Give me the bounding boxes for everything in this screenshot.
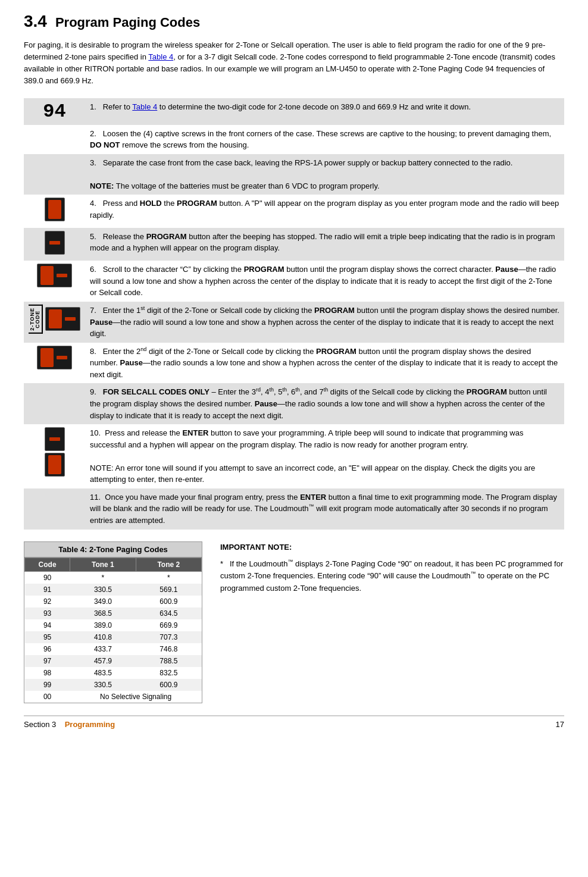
table4-row: 00No Selective Signaling — [25, 691, 202, 703]
table4-cell-code: 91 — [25, 584, 70, 596]
footer-page: 17 — [556, 720, 564, 729]
step-3-display — [24, 154, 85, 195]
section-title: Program Paging Codes — [55, 15, 200, 30]
step-10-text: 10. Press and release the ENTER button t… — [85, 424, 564, 488]
table4-header-tone1: Tone 1 — [70, 557, 136, 571]
table4-cell-code: 93 — [25, 607, 70, 619]
step-7-num: 7. — [90, 306, 101, 315]
table4-cell-code: 97 — [25, 655, 70, 667]
table4-cell-code: 92 — [25, 596, 70, 607]
table4-cell-code: 96 — [25, 643, 70, 655]
step-1-num: 1. — [90, 102, 101, 111]
step-4-num: 4. — [90, 199, 101, 208]
step-1-display: 94 — [24, 98, 85, 125]
section-heading: 3.4 Program Paging Codes — [24, 12, 564, 31]
step-7-row: 2-TONECODE 7. Enter the 1st digit of the… — [24, 302, 564, 343]
step-5-text: 5. Release the PROGRAM button after the … — [85, 228, 564, 261]
table4-cell-tone2: 634.5 — [136, 607, 201, 619]
step-7-display: 2-TONECODE — [24, 302, 85, 343]
step-5-display — [24, 228, 85, 261]
table4-cell-code: 98 — [25, 667, 70, 679]
table4-cell-tone1: 330.5 — [70, 584, 136, 596]
table4-header-code: Code — [25, 557, 70, 571]
table4-cell-tone1: 457.9 — [70, 655, 136, 667]
step-4-display — [24, 195, 85, 228]
step-8-row: 8. Enter the 2nd digit of the 2-Tone or … — [24, 343, 564, 384]
table4-cell-tone2: 600.9 — [136, 596, 201, 607]
section-number: 3.4 — [24, 12, 47, 31]
step-11-display — [24, 488, 85, 530]
step-11-text: 11. Once you have made your final progra… — [85, 488, 564, 530]
step-10-display — [24, 424, 85, 488]
step-2-num: 2. — [90, 129, 101, 138]
table4-link-intro[interactable]: Table 4 — [148, 52, 173, 61]
step-9-display — [24, 383, 85, 424]
table4-row: 90** — [25, 571, 202, 584]
step-4-text: 4. Press and HOLD the PROGRAM button. A … — [85, 195, 564, 228]
step-5-num: 5. — [90, 232, 101, 241]
table4-cell-tone2: 832.5 — [136, 667, 201, 679]
table4-caption: Table 4: 2-Tone Paging Codes — [24, 542, 202, 557]
step-10-num: 10. — [90, 428, 103, 437]
important-note-text: * If the Loudmouth™ displays 2-Tone Pagi… — [220, 558, 564, 594]
footer-section-label: Programming — [65, 720, 115, 729]
table4-cell-code: 95 — [25, 631, 70, 643]
step-6-num: 6. — [90, 265, 101, 274]
important-note: IMPORTANT NOTE: * If the Loudmouth™ disp… — [220, 541, 564, 594]
step-8-text: 8. Enter the 2nd digit of the 2-Tone or … — [85, 343, 564, 384]
step-11-num: 11. — [90, 493, 103, 502]
table4-cell-tone2: 788.5 — [136, 655, 201, 667]
table4-cell-code: 90 — [25, 571, 70, 584]
table4-wrapper: Table 4: 2-Tone Paging Codes Code Tone 1… — [24, 541, 202, 703]
step-4-row: 4. Press and HOLD the PROGRAM button. A … — [24, 195, 564, 228]
table4-cell-code: 00 — [25, 691, 70, 703]
step-8-display — [24, 343, 85, 384]
two-tone-code-label: 2-TONECODE — [29, 305, 43, 334]
footer-left: Section 3 Programming — [24, 720, 115, 729]
step-6-display — [24, 261, 85, 302]
step-10-row: 10. Press and release the ENTER button t… — [24, 424, 564, 488]
footer-bar: Section 3 Programming 17 — [24, 715, 564, 729]
table4-cell-code: 94 — [25, 619, 70, 631]
step-5-row: 5. Release the PROGRAM button after the … — [24, 228, 564, 261]
step-3-row: 3. Separate the case front from the case… — [24, 154, 564, 195]
step-11-row: 11. Once you have made your final progra… — [24, 488, 564, 530]
bottom-section: Table 4: 2-Tone Paging Codes Code Tone 1… — [24, 541, 564, 703]
table4-cell-tone1: 410.8 — [70, 631, 136, 643]
footer-section-label-static: Section 3 — [24, 720, 56, 729]
table4-cell-tone1: 433.7 — [70, 643, 136, 655]
table4-link-step1[interactable]: Table 4 — [132, 102, 157, 111]
intro-paragraph: For paging, it is desirable to program t… — [24, 39, 564, 87]
step-2-text: 2. Loosen the (4) captive screws in the … — [85, 125, 564, 154]
table4-cell-tone1: 368.5 — [70, 607, 136, 619]
step-8-num: 8. — [90, 347, 101, 356]
step-6-text: 6. Scroll to the character “C” by clicki… — [85, 261, 564, 302]
table4-row: 96433.7746.8 — [25, 643, 202, 655]
table4-cell-tone1: 330.5 — [70, 679, 136, 691]
step-3-num: 3. — [90, 158, 101, 167]
table4-row: 97457.9788.5 — [25, 655, 202, 667]
table4-cell-tone1: No Selective Signaling — [70, 691, 202, 703]
step-1-text: 1. Refer to Table 4 to determine the two… — [85, 98, 564, 125]
table4-cell-tone2: 569.1 — [136, 584, 201, 596]
table4-cell-tone1: 349.0 — [70, 596, 136, 607]
table4-row: 91330.5569.1 — [25, 584, 202, 596]
table4-cell-tone2: 746.8 — [136, 643, 201, 655]
step-3-text: 3. Separate the case front from the case… — [85, 154, 564, 195]
table4-row: 98483.5832.5 — [25, 667, 202, 679]
table4-cell-tone2: 669.9 — [136, 619, 201, 631]
step-9-row: 9. FOR SELCALL CODES ONLY – Enter the 3r… — [24, 383, 564, 424]
table4-row: 94389.0669.9 — [25, 619, 202, 631]
table4-row: 99330.5600.9 — [25, 679, 202, 691]
table4-cell-tone1: 483.5 — [70, 667, 136, 679]
table4-row: 95410.8707.3 — [25, 631, 202, 643]
step-7-text: 7. Enter the 1st digit of the 2-Tone or … — [85, 302, 564, 343]
table4-cell-tone2: * — [136, 571, 201, 584]
table4: Code Tone 1 Tone 2 90**91330.5569.192349… — [24, 557, 202, 703]
table4-cell-tone2: 707.3 — [136, 631, 201, 643]
step-2-display — [24, 125, 85, 154]
table4-row: 93368.5634.5 — [25, 607, 202, 619]
step-9-num: 9. — [90, 388, 101, 397]
step-1-row: 94 1. Refer to Table 4 to determine the … — [24, 98, 564, 125]
table4-header-tone2: Tone 2 — [136, 557, 201, 571]
